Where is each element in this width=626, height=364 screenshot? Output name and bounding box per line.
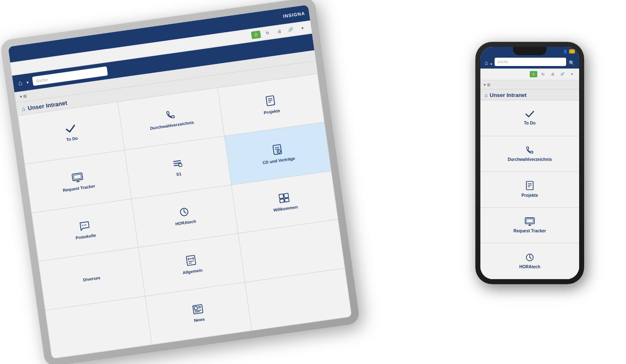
- projekte-icon: [265, 95, 276, 108]
- svg-line-10: [174, 165, 179, 166]
- tablet-cell-protokolle-label: Protokolle: [75, 233, 96, 240]
- tablet-screen: INSIGNA 🔒 ↻ 🖨 🔗 ▾ ⌂ ▾ Suche: [8, 5, 352, 359]
- tablet-device: INSIGNA 🔒 ↻ 🖨 🔗 ▾ ⌂ ▾ Suche: [0, 0, 360, 364]
- tablet-cell-to-do-label: To Do: [66, 136, 78, 142]
- svg-point-18: [85, 224, 87, 226]
- svg-line-45: [530, 257, 531, 259]
- newspaper-icon: [192, 304, 203, 316]
- tablet-cell-request-tracker-label: Request Tracker: [62, 183, 95, 193]
- svg-rect-40: [526, 219, 533, 223]
- phone-link-btn[interactable]: 🔗: [559, 71, 566, 77]
- svg-line-3: [269, 102, 271, 102]
- phone-toolbar: 🔒 ↻ 🖨 🔗 ▾: [480, 69, 579, 80]
- svg-rect-30: [194, 306, 198, 310]
- phone-lock-btn[interactable]: 🔒: [530, 71, 537, 77]
- svg-line-31: [198, 306, 201, 307]
- svg-line-33: [195, 310, 201, 311]
- svg-rect-12: [273, 144, 282, 154]
- phone-item-request-tracker[interactable]: Request Tracker: [480, 208, 579, 244]
- tablet-cell-news-label: News: [194, 317, 205, 323]
- phone-more-btn[interactable]: ▾: [568, 71, 576, 77]
- chat-icon: [79, 221, 90, 233]
- phone-print-btn[interactable]: 🖨: [549, 71, 557, 77]
- svg-rect-25: [285, 198, 289, 202]
- toolbar-more-btn[interactable]: ▾: [298, 24, 308, 33]
- phone-list: To Do Durchwahlverzeichnis: [480, 100, 579, 279]
- phone-section-title: Unser Intranet: [490, 92, 526, 98]
- phone-filter-icon[interactable]: ▾ ⊞: [484, 83, 490, 87]
- toolbar-refresh-btn[interactable]: ↻: [262, 28, 272, 37]
- svg-line-14: [275, 149, 279, 149]
- phone-item-to-do[interactable]: To Do: [480, 100, 579, 136]
- svg-line-8: [173, 160, 181, 162]
- phone-item-durchwahlverzeichnis-label: Durchwahlverzeichnis: [508, 157, 552, 162]
- monitor-icon: [72, 172, 84, 184]
- svg-rect-11: [179, 163, 182, 167]
- tablet-nav-arrow: ▾: [26, 80, 28, 85]
- allgemein-icon: [186, 255, 197, 268]
- svg-rect-23: [284, 193, 288, 198]
- svg-line-7: [77, 181, 80, 182]
- phone-item-horatech-label: HORAtech: [519, 265, 540, 269]
- clock-icon: [179, 207, 190, 219]
- phone-check-icon: [525, 110, 534, 119]
- tablet-cell-projekte-label: Projekte: [264, 108, 281, 115]
- phone-item-durchwahlverzeichnis[interactable]: Durchwahlverzeichnis: [480, 136, 579, 172]
- tablet-cell-diverses-label: Diverses: [83, 275, 101, 283]
- tablet-cell-allgemein-label: Allgemein: [182, 268, 203, 275]
- tablet-home-icon[interactable]: ⌂: [18, 79, 23, 87]
- willkommen-icon: [278, 193, 290, 205]
- phone-device: 👤 🔋 ⌂ ▾ Suche 🔍 🔒 ↻ 🖨 🔗 ▾: [475, 42, 584, 284]
- tablet-cell-cd-vertraege-label: CD und Verträge: [262, 156, 295, 165]
- svg-line-13: [275, 147, 279, 148]
- phone-home-icon[interactable]: ⌂: [485, 59, 488, 66]
- phone-item-request-tracker-label: Request Tracker: [513, 229, 546, 233]
- toolbar-link-btn[interactable]: 🔗: [286, 25, 296, 34]
- check-icon: [65, 124, 77, 135]
- svg-rect-0: [266, 96, 275, 106]
- tablet-cell-horatech-label: HORAtech: [175, 219, 196, 227]
- phone-item-horatech[interactable]: HORAtech: [480, 243, 579, 279]
- phone-monitor-icon: [525, 217, 535, 227]
- phone-section-header: ⌂ Unser Intranet: [480, 89, 579, 100]
- phone-status-icons: 👤 🔋: [563, 49, 575, 53]
- svg-point-17: [84, 224, 85, 226]
- list-icon: [172, 158, 182, 171]
- phone-clock-icon: [526, 253, 534, 263]
- phone-item-projekte[interactable]: Projekte: [480, 172, 579, 208]
- svg-line-34: [195, 311, 200, 312]
- phone-item-projekte-label: Projekte: [521, 193, 538, 198]
- svg-rect-5: [73, 174, 81, 179]
- phone-search-btn[interactable]: 🔍: [569, 60, 575, 66]
- tablet-brand: INSIGNA: [283, 11, 305, 19]
- phone-phone-icon: [526, 146, 534, 155]
- tablet-home-nav-icon: ⌂: [21, 105, 26, 112]
- toolbar-lock-btn[interactable]: 🔒: [251, 30, 261, 39]
- cd-vertraege-icon: [272, 144, 283, 157]
- phone-item-to-do-label: To Do: [524, 121, 536, 125]
- toolbar-print-btn[interactable]: 🖨: [274, 27, 284, 36]
- svg-rect-22: [279, 194, 284, 199]
- tablet-grid: To Do Durchwahlverzeichnis: [18, 74, 352, 359]
- tablet-cell-s1-label: S1: [176, 171, 182, 177]
- phone-filter-row: ▾ ⊞: [480, 80, 579, 89]
- svg-line-28: [189, 263, 192, 263]
- phone-nav-arrow: ▾: [490, 62, 492, 66]
- svg-line-27: [189, 261, 194, 262]
- phone-screen: 👤 🔋 ⌂ ▾ Suche 🔍 🔒 ↻ 🖨 🔗 ▾: [480, 47, 579, 279]
- svg-rect-26: [186, 255, 196, 266]
- phone-icon: [165, 109, 176, 122]
- scene: INSIGNA 🔒 ↻ 🖨 🔗 ▾ ⌂ ▾ Suche: [0, 0, 626, 364]
- phone-search-input[interactable]: Suche: [495, 58, 566, 66]
- phone-battery-icon: 🔋: [569, 49, 575, 53]
- svg-rect-24: [280, 199, 284, 203]
- phone-refresh-btn[interactable]: ↻: [539, 71, 547, 77]
- svg-rect-35: [526, 181, 533, 190]
- phone-notch: [513, 47, 546, 55]
- phone-outer: 👤 🔋 ⌂ ▾ Suche 🔍 🔒 ↻ 🖨 🔗 ▾: [475, 42, 584, 284]
- tablet-cell-willkommen-label: Willkommen: [273, 204, 298, 212]
- svg-line-21: [184, 212, 186, 214]
- tablet-filter-icon[interactable]: ▾ ⊞: [20, 94, 27, 99]
- phone-user-icon: 👤: [563, 50, 567, 53]
- tablet-outer: INSIGNA 🔒 ↻ 🖨 🔗 ▾ ⌂ ▾ Suche: [0, 0, 360, 364]
